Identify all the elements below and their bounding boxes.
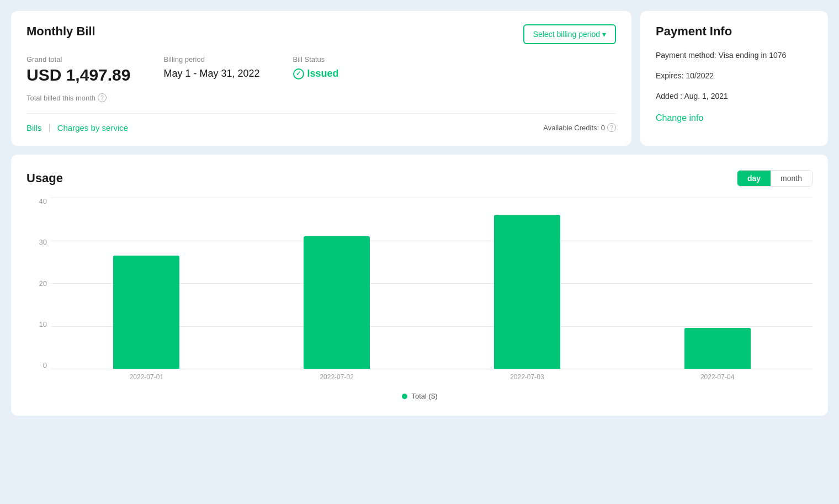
issued-icon: ✓ — [293, 68, 304, 79]
grand-total-value: USD 1,497.89 — [26, 66, 130, 84]
select-billing-button[interactable]: Select billing period ▾ — [523, 24, 616, 44]
grand-total-section: Grand total USD 1,497.89 — [26, 55, 130, 84]
y-label-10: 10 — [39, 321, 47, 328]
usage-title: Usage — [26, 171, 63, 185]
bill-status-label: Bill Status — [293, 55, 339, 63]
bill-status-section: Bill Status ✓ Issued — [293, 55, 339, 84]
usage-card: Usage day month 40 30 20 10 0 2022-07-01… — [11, 155, 828, 416]
bills-tab[interactable]: Bills — [26, 123, 42, 132]
billing-period-label: Billing period — [163, 55, 259, 63]
bar-group-0 — [51, 198, 242, 369]
bar-group-2 — [432, 198, 623, 369]
change-info-button[interactable]: Change info — [656, 113, 703, 123]
y-label-30: 30 — [39, 238, 47, 246]
bar-group-3 — [622, 198, 813, 369]
total-billed-note: Total billed this month ? — [26, 93, 616, 102]
y-label-0: 0 — [43, 362, 47, 369]
y-label-20: 20 — [39, 280, 47, 287]
bill-status-text: Issued — [307, 68, 339, 79]
tab-divider: | — [49, 123, 51, 132]
available-credits: Available Credits: 0 ? — [543, 123, 616, 132]
x-label-3: 2022-07-04 — [622, 369, 813, 385]
usage-toggle-group: day month — [737, 170, 813, 187]
expires-text: Expires: 10/2022 — [656, 70, 813, 82]
billing-period-value: May 1 - May 31, 2022 — [163, 66, 259, 79]
chart-bars — [51, 198, 813, 369]
payment-info-title: Payment Info — [656, 24, 813, 39]
chart-legend: Total ($) — [26, 392, 813, 400]
x-label-1: 2022-07-02 — [242, 369, 432, 385]
bar-1 — [304, 236, 370, 369]
month-toggle-button[interactable]: month — [771, 171, 812, 186]
day-toggle-button[interactable]: day — [737, 171, 771, 186]
monthly-bill-card: Monthly Bill Select billing period ▾ Gra… — [11, 11, 631, 146]
legend-label-total: Total ($) — [412, 392, 438, 400]
y-axis-labels: 40 30 20 10 0 — [26, 198, 51, 369]
usage-chart-area: 40 30 20 10 0 2022-07-012022-07-022022-0… — [26, 198, 813, 385]
payment-info-card: Payment Info Payment method: Visa ending… — [640, 11, 828, 146]
monthly-bill-title: Monthly Bill — [26, 24, 95, 39]
x-axis-labels: 2022-07-012022-07-022022-07-032022-07-04 — [51, 369, 813, 385]
grand-total-label: Grand total — [26, 55, 130, 63]
bar-group-1 — [242, 198, 432, 369]
added-text: Added : Aug. 1, 2021 — [656, 91, 813, 102]
y-label-40: 40 — [39, 198, 47, 205]
bar-0 — [113, 256, 179, 369]
x-label-2: 2022-07-03 — [432, 369, 623, 385]
credits-help-icon[interactable]: ? — [607, 123, 616, 132]
bar-2 — [494, 215, 560, 369]
billing-nav-tabs: Bills | Charges by service — [26, 123, 128, 132]
bar-3 — [684, 328, 751, 369]
bill-status-value: ✓ Issued — [293, 66, 339, 79]
billing-period-section: Billing period May 1 - May 31, 2022 — [163, 55, 259, 84]
total-billed-help-icon[interactable]: ? — [98, 93, 107, 102]
legend-dot-total — [402, 394, 407, 399]
x-label-0: 2022-07-01 — [51, 369, 242, 385]
payment-method-text: Payment method: Visa ending in 1076 — [656, 50, 813, 61]
charges-by-service-tab[interactable]: Charges by service — [57, 123, 128, 132]
